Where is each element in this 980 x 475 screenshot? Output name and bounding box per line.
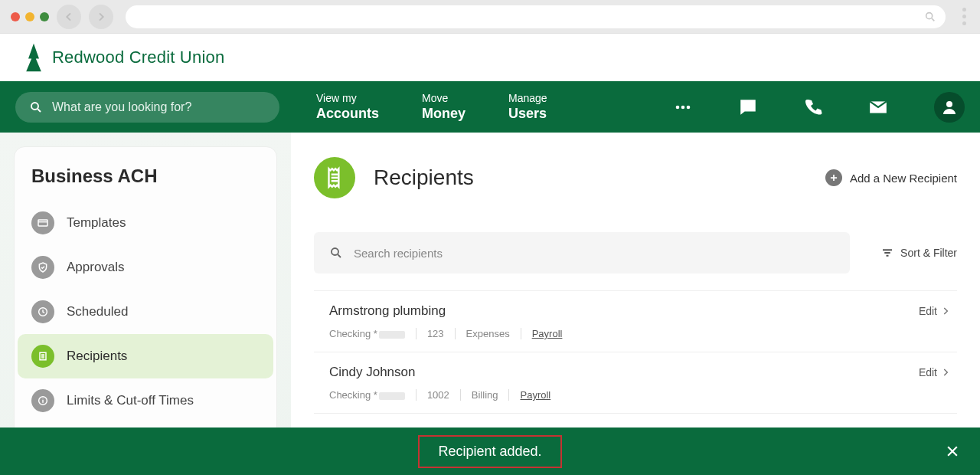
maximize-window-icon[interactable] — [40, 12, 49, 21]
user-icon — [940, 98, 959, 116]
sidebar-item-label: Limits & Cut-off Times — [67, 393, 194, 408]
recipient-id: 123 — [416, 328, 456, 339]
sort-filter-label: Sort & Filter — [900, 247, 957, 259]
svg-point-2 — [676, 105, 680, 109]
page-title: Recipients — [374, 165, 825, 190]
nav-accounts[interactable]: View my Accounts — [316, 92, 379, 123]
recipient-tag-link[interactable]: Payroll — [520, 389, 550, 401]
search-icon — [924, 11, 936, 23]
svg-point-0 — [926, 12, 933, 18]
filter-icon — [880, 246, 894, 260]
sidebar-item-label: Approvals — [67, 260, 125, 275]
mail-icon[interactable] — [868, 97, 888, 117]
recipient-account: Checking * — [329, 328, 416, 339]
recipient-tag-link[interactable]: Payroll — [532, 328, 563, 339]
svg-point-4 — [687, 105, 691, 109]
recipient-row[interactable]: Armstrong plumbing Checking * 123 Expens… — [314, 291, 957, 352]
sort-filter-button[interactable]: Sort & Filter — [880, 246, 957, 260]
chat-icon[interactable] — [738, 97, 758, 117]
svg-rect-6 — [38, 220, 47, 226]
brand-header: Redwood Credit Union — [0, 34, 980, 81]
svg-point-5 — [946, 101, 952, 107]
brand-logo-icon — [23, 42, 44, 73]
recipient-search-placeholder: Search recipients — [354, 247, 443, 260]
nav-money[interactable]: Move Money — [422, 92, 466, 123]
back-button[interactable] — [57, 5, 81, 29]
masked-account-number — [379, 331, 405, 339]
primary-nav: What are you looking for? View my Accoun… — [0, 81, 980, 133]
recipient-id: 1002 — [416, 389, 461, 401]
edit-button[interactable]: Edit — [919, 305, 951, 317]
sidebar-title: Business ACH — [31, 165, 273, 187]
add-recipient-button[interactable]: Add a New Recipient — [825, 169, 957, 186]
close-window-icon[interactable] — [11, 12, 20, 21]
recipients-list: Armstrong plumbing Checking * 123 Expens… — [314, 290, 957, 414]
main-content: Recipients Add a New Recipient Search re… — [291, 133, 980, 475]
page-body: Business ACH Templates Approvals Schedul… — [0, 133, 980, 475]
sidebar-item-label: Recipients — [67, 349, 127, 364]
chevron-right-icon — [940, 367, 951, 378]
recipient-category: Expenses — [456, 328, 521, 339]
clock-icon — [31, 300, 54, 323]
recipients-icon — [31, 345, 54, 368]
chevron-right-icon — [940, 306, 951, 316]
forward-button[interactable] — [89, 5, 113, 29]
receipt-icon — [325, 166, 345, 189]
sidebar-item-templates[interactable]: Templates — [18, 201, 273, 245]
sidebar-item-approvals[interactable]: Approvals — [18, 245, 273, 290]
window-controls[interactable] — [11, 12, 49, 21]
approvals-icon — [31, 256, 54, 279]
sidebar-item-limits[interactable]: Limits & Cut-off Times — [18, 378, 273, 423]
profile-button[interactable] — [934, 92, 965, 123]
recipient-account: Checking * — [329, 389, 416, 401]
masked-account-number — [379, 392, 405, 400]
minimize-window-icon[interactable] — [25, 12, 34, 21]
global-search-input[interactable]: What are you looking for? — [15, 92, 279, 123]
templates-icon — [31, 211, 54, 234]
browser-chrome — [0, 0, 980, 34]
svg-point-3 — [681, 105, 685, 109]
recipient-name: Armstrong plumbing — [329, 303, 919, 319]
sidebar-item-label: Scheduled — [67, 304, 128, 319]
nav-users[interactable]: Manage Users — [508, 92, 547, 123]
page-icon-badge — [314, 157, 355, 198]
svg-point-9 — [332, 248, 338, 255]
search-icon — [329, 246, 343, 260]
toast-message: Recipient added. — [438, 444, 541, 459]
recipient-row[interactable]: Cindy Johnson Checking * 1002 Billing Pa… — [314, 352, 957, 414]
phone-icon[interactable] — [804, 98, 822, 116]
plus-circle-icon — [825, 169, 842, 186]
recipient-category: Billing — [461, 389, 510, 401]
close-icon — [945, 444, 960, 459]
address-bar[interactable] — [126, 5, 946, 28]
sidebar-item-label: Templates — [67, 215, 126, 231]
toast-close-button[interactable] — [945, 444, 960, 459]
recipient-name: Cindy Johnson — [329, 365, 919, 380]
sidebar-item-scheduled[interactable]: Scheduled — [18, 290, 273, 334]
svg-point-1 — [31, 103, 38, 110]
global-search-placeholder: What are you looking for? — [52, 100, 191, 114]
info-icon — [31, 389, 54, 412]
add-recipient-label: Add a New Recipient — [850, 172, 957, 185]
toast-notification: Recipient added. — [0, 428, 980, 475]
toast-message-box: Recipient added. — [418, 435, 561, 468]
more-icon[interactable] — [674, 98, 692, 116]
sidebar-item-recipients[interactable]: Recipients — [18, 334, 273, 378]
edit-button[interactable]: Edit — [919, 366, 951, 378]
recipient-search-input[interactable]: Search recipients — [314, 232, 850, 274]
brand-name: Redwood Credit Union — [52, 48, 224, 67]
search-icon — [29, 100, 43, 114]
sidebar: Business ACH Templates Approvals Schedul… — [0, 133, 291, 475]
browser-menu-button[interactable] — [962, 8, 966, 25]
